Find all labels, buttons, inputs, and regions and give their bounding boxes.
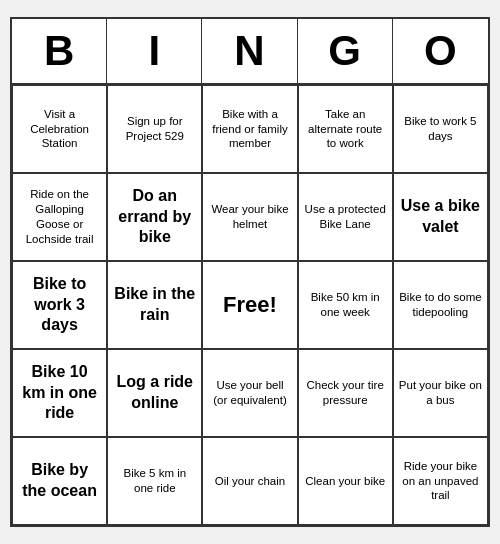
bingo-card: BINGO Visit a Celebration StationSign up… <box>10 17 490 527</box>
bingo-cell-22: Oil your chain <box>202 437 297 525</box>
bingo-cell-19: Put your bike on a bus <box>393 349 488 437</box>
bingo-cell-4: Bike to work 5 days <box>393 85 488 173</box>
bingo-letter-o: O <box>393 19 488 83</box>
bingo-cell-14: Bike to do some tidepooling <box>393 261 488 349</box>
bingo-cell-1: Sign up for Project 529 <box>107 85 202 173</box>
bingo-cell-5: Ride on the Galloping Goose or Lochside … <box>12 173 107 261</box>
bingo-cell-9: Use a bike valet <box>393 173 488 261</box>
bingo-letter-i: I <box>107 19 202 83</box>
bingo-cell-23: Clean your bike <box>298 437 393 525</box>
bingo-cell-16: Log a ride online <box>107 349 202 437</box>
bingo-letter-n: N <box>202 19 297 83</box>
bingo-cell-11: Bike in the rain <box>107 261 202 349</box>
bingo-cell-8: Use a protected Bike Lane <box>298 173 393 261</box>
bingo-cell-13: Bike 50 km in one week <box>298 261 393 349</box>
bingo-cell-15: Bike 10 km in one ride <box>12 349 107 437</box>
bingo-header: BINGO <box>12 19 488 85</box>
bingo-cell-10: Bike to work 3 days <box>12 261 107 349</box>
bingo-cell-18: Check your tire pressure <box>298 349 393 437</box>
bingo-cell-12: Free! <box>202 261 297 349</box>
bingo-cell-21: Bike 5 km in one ride <box>107 437 202 525</box>
bingo-cell-20: Bike by the ocean <box>12 437 107 525</box>
bingo-cell-7: Wear your bike helmet <box>202 173 297 261</box>
bingo-letter-b: B <box>12 19 107 83</box>
bingo-cell-17: Use your bell (or equivalent) <box>202 349 297 437</box>
bingo-cell-6: Do an errand by bike <box>107 173 202 261</box>
bingo-cell-24: Ride your bike on an unpaved trail <box>393 437 488 525</box>
bingo-cell-0: Visit a Celebration Station <box>12 85 107 173</box>
bingo-cell-3: Take an alternate route to work <box>298 85 393 173</box>
bingo-letter-g: G <box>298 19 393 83</box>
bingo-cell-2: Bike with a friend or family member <box>202 85 297 173</box>
bingo-grid: Visit a Celebration StationSign up for P… <box>12 85 488 525</box>
